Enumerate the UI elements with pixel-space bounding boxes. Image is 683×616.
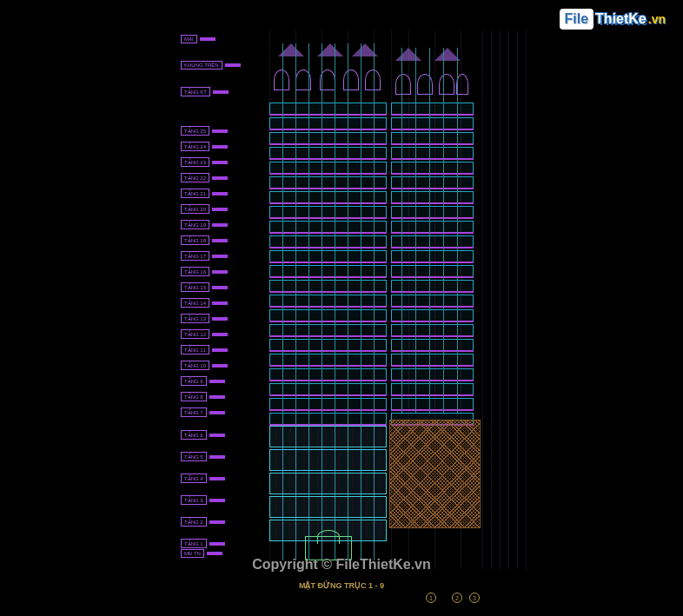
floor-label-bar bbox=[212, 176, 228, 180]
floor-label: TẦNG 17 bbox=[181, 251, 228, 261]
floor-label-bar bbox=[209, 380, 225, 383]
floor-label-text: TẦNG 23 bbox=[181, 157, 209, 167]
floor-label-bar bbox=[212, 364, 228, 368]
roof-right bbox=[391, 48, 474, 70]
axis-marker: 1 bbox=[426, 593, 436, 603]
axis-marker: 2 bbox=[452, 593, 462, 603]
watermark-logo: File ThietKe .vn bbox=[560, 9, 666, 30]
logo-box: File ThietKe .vn bbox=[560, 9, 666, 30]
floor-label-text: MÁI bbox=[181, 35, 197, 43]
axis-marker: 3 bbox=[469, 593, 480, 603]
arch-ornament-level bbox=[269, 70, 387, 96]
floor-label-text: MĐ TN bbox=[181, 549, 204, 558]
floor-label: TẦNG 8 bbox=[181, 392, 225, 401]
floor-label-bar bbox=[209, 455, 225, 459]
floor-label-bar bbox=[212, 286, 228, 289]
floor-label-text: TẦNG 3 bbox=[181, 495, 207, 505]
floor-label-text: KHUNG TRÊN bbox=[181, 61, 222, 70]
floor-label-text: TẦNG 12 bbox=[181, 329, 209, 339]
floor-label-bar bbox=[212, 301, 228, 305]
floor-label: TẦNG 19 bbox=[181, 220, 228, 229]
floor-label: TẦNG 20 bbox=[181, 204, 228, 214]
floor-label-text: TẦNG 21 bbox=[181, 189, 209, 198]
floor-label: TẦNG 1 bbox=[181, 539, 225, 548]
floor-label: TẦNG KT bbox=[181, 87, 229, 96]
logo-part-file: File bbox=[560, 9, 594, 30]
floor-label-text: TẦNG 6 bbox=[181, 430, 207, 440]
floor-label-text: TẦNG 14 bbox=[181, 298, 209, 308]
floor-label-text: TẦNG 9 bbox=[181, 376, 207, 386]
floor-label: TẦNG 15 bbox=[181, 282, 228, 292]
floor-label-bar bbox=[207, 552, 222, 555]
floor-label-bar bbox=[209, 395, 225, 399]
floor-label-bar bbox=[212, 223, 228, 227]
floor-label-text: TẦNG 2 bbox=[181, 517, 207, 527]
floor-label-bar bbox=[209, 499, 225, 502]
floor-label: TẦNG 5 bbox=[181, 452, 225, 461]
logo-part-thietke: ThietKe bbox=[595, 11, 647, 27]
floor-label-text: TẦNG 25 bbox=[181, 126, 209, 136]
floor-label: TẦNG 9 bbox=[181, 376, 225, 386]
floor-label-bar bbox=[212, 270, 228, 274]
floor-label-text: TẦNG 20 bbox=[181, 204, 209, 214]
floor-label-text: TẦNG 4 bbox=[181, 474, 207, 483]
floor-label-text: TẦNG KT bbox=[181, 87, 210, 96]
floor-label-bar bbox=[209, 477, 225, 480]
floor-label: KHUNG TRÊN bbox=[181, 61, 241, 70]
floor-label-bar bbox=[212, 208, 228, 211]
floor-label-bar bbox=[212, 161, 228, 164]
floor-label-text: TẦNG 19 bbox=[181, 220, 209, 229]
floor-label: TẦNG 21 bbox=[181, 189, 228, 198]
podium bbox=[269, 426, 387, 560]
floor-label-bar bbox=[212, 255, 228, 258]
floor-label-text: TẦNG 15 bbox=[181, 282, 209, 292]
floor-label-bar bbox=[209, 520, 225, 524]
floor-label-bar bbox=[213, 90, 229, 94]
floor-label-text: TẦNG 24 bbox=[181, 142, 209, 151]
floor-label-text: TẦNG 7 bbox=[181, 407, 207, 417]
floor-label: MĐ TN bbox=[181, 549, 222, 558]
floor-label-text: TẦNG 22 bbox=[181, 173, 209, 182]
floor-label-bar bbox=[212, 348, 228, 352]
floor-label: TẦNG 23 bbox=[181, 157, 228, 167]
floor-label-bar bbox=[212, 129, 228, 133]
floor-label-bar bbox=[209, 411, 225, 414]
floor-label: TẦNG 14 bbox=[181, 298, 228, 308]
floor-label: TẦNG 25 bbox=[181, 126, 228, 136]
floor-label: TẦNG 7 bbox=[181, 407, 225, 417]
drawing-title: MẶT ĐỨNG TRỤC 1 - 9 bbox=[299, 581, 384, 590]
floor-label-text: TẦNG 16 bbox=[181, 267, 209, 276]
floor-label-bar bbox=[212, 317, 228, 321]
floor-label-text: TẦNG 17 bbox=[181, 251, 209, 261]
floor-label-bar bbox=[225, 63, 241, 67]
floor-label-bar bbox=[212, 333, 228, 336]
copyright-text: Copyright © FileThietKe.vn bbox=[252, 557, 431, 573]
floor-label-bar bbox=[212, 145, 228, 149]
floor-label-bar bbox=[200, 37, 216, 41]
floor-label: TẦNG 22 bbox=[181, 173, 228, 182]
building-elevation-right bbox=[391, 48, 474, 413]
floor-label-text: TẦNG 18 bbox=[181, 235, 209, 245]
arch-ornament-right bbox=[391, 74, 474, 100]
floor-label-bar bbox=[212, 192, 228, 195]
floor-label: TẦNG 18 bbox=[181, 235, 228, 245]
floor-label: TẦNG 6 bbox=[181, 430, 225, 440]
floor-label-text: TẦNG 1 bbox=[181, 539, 207, 548]
floor-label: TẦNG 24 bbox=[181, 142, 228, 151]
floor-label-bar bbox=[212, 239, 228, 242]
floor-label: TẦNG 16 bbox=[181, 267, 228, 276]
floor-label: TẦNG 4 bbox=[181, 474, 225, 483]
floor-label: MÁI bbox=[181, 35, 216, 43]
floor-label: TẦNG 2 bbox=[181, 517, 225, 527]
adjacent-building-hatch bbox=[389, 420, 481, 528]
floor-label: TẦNG 11 bbox=[181, 345, 228, 354]
floor-label-text: TẦNG 11 bbox=[181, 345, 209, 354]
floor-label: TẦNG 13 bbox=[181, 314, 228, 323]
floor-label: TẦNG 3 bbox=[181, 495, 225, 505]
logo-part-vn: .vn bbox=[648, 12, 666, 26]
floor-label-bar bbox=[209, 542, 225, 546]
floor-label: TẦNG 10 bbox=[181, 361, 228, 370]
floor-label-text: TẦNG 13 bbox=[181, 314, 209, 323]
floor-label: TẦNG 12 bbox=[181, 329, 228, 339]
floor-label-text: TẦNG 10 bbox=[181, 361, 209, 370]
